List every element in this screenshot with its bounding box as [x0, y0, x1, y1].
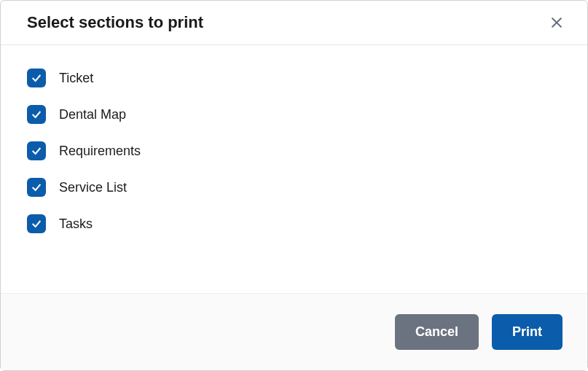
print-sections-modal: Select sections to print Ticket Dental M… — [0, 0, 588, 371]
checkmark-icon — [31, 181, 42, 193]
modal-title: Select sections to print — [27, 13, 203, 32]
modal-header: Select sections to print — [1, 1, 587, 45]
checkbox-service-list[interactable] — [27, 178, 46, 197]
checkbox-label-requirements[interactable]: Requirements — [59, 144, 141, 159]
checkmark-icon — [31, 218, 42, 230]
checkbox-label-tasks[interactable]: Tasks — [59, 216, 93, 232]
close-icon — [549, 15, 564, 30]
close-button[interactable] — [546, 12, 567, 33]
checkmark-icon — [31, 145, 42, 157]
checkmark-icon — [31, 109, 42, 120]
checkmark-icon — [31, 72, 42, 84]
section-row-requirements: Requirements — [27, 141, 561, 160]
checkbox-label-dental-map[interactable]: Dental Map — [59, 107, 126, 122]
section-row-service-list: Service List — [27, 178, 561, 197]
print-button[interactable]: Print — [492, 314, 562, 350]
checkbox-ticket[interactable] — [27, 69, 46, 87]
section-row-ticket: Ticket — [27, 69, 561, 87]
section-checkbox-list: Ticket Dental Map Requirements Service L… — [27, 69, 561, 233]
modal-footer: Cancel Print — [1, 293, 587, 370]
checkbox-label-ticket[interactable]: Ticket — [59, 71, 93, 86]
checkbox-requirements[interactable] — [27, 141, 46, 160]
modal-body: Ticket Dental Map Requirements Service L… — [1, 45, 587, 293]
checkbox-dental-map[interactable] — [27, 105, 46, 124]
checkbox-label-service-list[interactable]: Service List — [59, 180, 127, 195]
section-row-dental-map: Dental Map — [27, 105, 561, 124]
cancel-button[interactable]: Cancel — [395, 314, 479, 350]
section-row-tasks: Tasks — [27, 214, 561, 233]
checkbox-tasks[interactable] — [27, 214, 46, 233]
